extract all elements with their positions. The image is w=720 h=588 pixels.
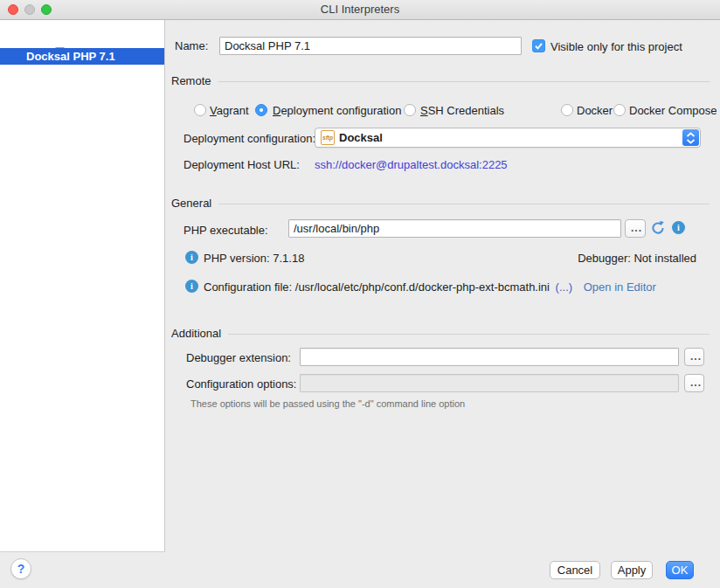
checkmark-icon <box>533 40 544 52</box>
deployment-host-url-label: Deployment Host URL: <box>183 158 300 171</box>
titlebar: CLI Interpreters <box>0 0 720 20</box>
configuration-options-label: Configuration options: <box>186 377 296 391</box>
php-executable-label: PHP executable: <box>183 224 268 237</box>
radio-docker-compose[interactable] <box>613 104 626 116</box>
separator-line <box>218 81 710 82</box>
close-window-button[interactable] <box>8 4 18 15</box>
chevron-up-down-icon <box>685 131 696 145</box>
php-executable-browse-button[interactable]: ... <box>625 219 646 238</box>
separator-line <box>228 334 710 335</box>
name-input[interactable] <box>219 37 522 55</box>
apply-button[interactable]: Apply <box>611 561 653 579</box>
visible-only-checkbox-label[interactable]: Visible only for this project <box>550 40 682 53</box>
radio-docker-compose-label[interactable]: Docker Compose <box>629 104 717 118</box>
expand-config-files-link[interactable]: (...) <box>556 280 573 294</box>
radio-deployment-configuration[interactable] <box>255 104 267 116</box>
interpreters-sidebar: + − Docksal PHP 7.1 <box>0 20 165 552</box>
options-hint-text: These options will be passed using the "… <box>190 398 465 409</box>
visible-only-checkbox[interactable] <box>532 39 545 52</box>
debugger-extension-label: Debugger extension: <box>186 351 291 364</box>
deployment-configuration-select[interactable]: sftp Docksal <box>315 128 701 148</box>
sidebar-item-interpreter[interactable]: Docksal PHP 7.1 <box>0 48 164 65</box>
debugger-extension-input[interactable] <box>300 348 679 366</box>
dropdown-stepper <box>682 129 699 146</box>
general-section-title: General <box>171 197 211 210</box>
remote-section-title: Remote <box>171 74 211 87</box>
radio-vagrant[interactable] <box>194 104 206 116</box>
deployment-host-url-value[interactable]: ssh://docker@drupaltest.docksal:2225 <box>315 158 508 171</box>
radio-ssh-credentials[interactable] <box>404 104 416 116</box>
refresh-icon <box>650 220 666 236</box>
radio-docker[interactable] <box>561 104 573 116</box>
name-label: Name: <box>175 39 208 52</box>
reload-phpinfo-button[interactable] <box>650 220 666 239</box>
question-mark-icon: ? <box>17 562 25 576</box>
radio-vagrant-label[interactable]: Vagrant <box>210 104 249 118</box>
show-phpinfo-button[interactable]: i <box>672 221 685 234</box>
additional-section-title: Additional <box>171 327 221 340</box>
separator-line <box>218 204 710 204</box>
deployment-configuration-label: Deployment configuration: <box>183 132 315 145</box>
cancel-button[interactable]: Cancel <box>550 561 600 579</box>
configuration-file-row: Configuration file: /usr/local/etc/php/c… <box>204 280 656 294</box>
sftp-server-icon: sftp <box>321 130 335 145</box>
zoom-window-button[interactable] <box>41 4 52 15</box>
configuration-options-input <box>300 374 679 392</box>
deployment-configuration-value: Docksal <box>339 131 682 144</box>
debugger-extension-browse-button[interactable]: ... <box>684 348 704 366</box>
help-button[interactable]: ? <box>10 558 31 579</box>
cli-interpreters-dialog: CLI Interpreters + − Docksal PHP 7.1 Nam… <box>0 0 720 588</box>
configuration-file-text: Configuration file: /usr/local/etc/php/c… <box>204 280 550 294</box>
remote-section-separator: Remote <box>171 74 710 87</box>
radio-ssh-credentials-label[interactable]: SSH Credentials <box>420 104 504 118</box>
debugger-status-text: Debugger: Not installed <box>578 252 696 265</box>
ok-button[interactable]: OK <box>666 561 694 579</box>
general-section-separator: General <box>171 197 710 210</box>
open-in-editor-link[interactable]: Open in Editor <box>584 280 656 294</box>
radio-docker-label[interactable]: Docker <box>577 104 613 118</box>
radio-deployment-configuration-label[interactable]: Deployment configuration <box>273 104 401 118</box>
window-title: CLI Interpreters <box>0 0 720 19</box>
info-icon: i <box>185 280 198 293</box>
php-version-text: PHP version: 7.1.18 <box>204 252 304 265</box>
minimize-window-button[interactable] <box>24 4 35 15</box>
info-icon: i <box>185 251 198 264</box>
configuration-options-browse-button[interactable]: ... <box>684 374 704 392</box>
additional-section-separator: Additional <box>171 327 710 340</box>
php-executable-input[interactable] <box>288 219 621 238</box>
